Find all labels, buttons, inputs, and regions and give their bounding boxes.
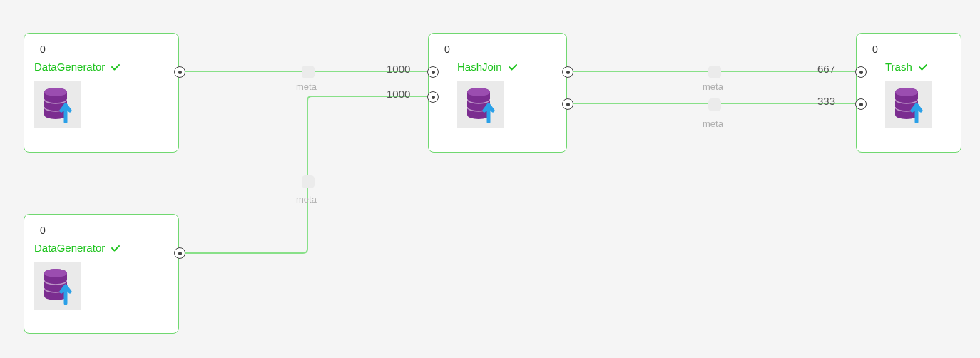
edge-meta-handle[interactable] xyxy=(708,66,721,78)
edge-count: 1000 xyxy=(387,88,410,100)
node-badge-text: 0 xyxy=(40,44,46,55)
diagram-canvas[interactable]: meta meta meta meta 1000 1000 667 333 0 … xyxy=(0,0,980,358)
output-port[interactable] xyxy=(562,66,573,78)
node-datagenerator-1[interactable]: 0 DataGenerator xyxy=(24,33,179,153)
edge-count: 1000 xyxy=(387,63,410,75)
edge-meta-label: meta xyxy=(703,81,723,92)
output-port[interactable] xyxy=(174,66,185,78)
edge-meta-handle[interactable] xyxy=(708,98,721,111)
input-port[interactable] xyxy=(855,98,867,110)
edge-count: 333 xyxy=(817,95,835,107)
check-icon xyxy=(111,243,121,253)
node-badge-text: 0 xyxy=(444,44,450,55)
database-icon xyxy=(885,81,932,128)
edge-meta-handle[interactable] xyxy=(302,66,315,78)
node-badge: 0 xyxy=(34,41,58,58)
node-datagenerator-2[interactable]: 0 DataGenerator xyxy=(24,214,179,334)
node-title: DataGenerator xyxy=(34,242,105,254)
output-port[interactable] xyxy=(174,247,185,259)
edge-meta-handle[interactable] xyxy=(302,175,315,188)
input-port[interactable] xyxy=(427,66,439,78)
node-badge: 0 xyxy=(439,41,463,58)
check-icon xyxy=(111,62,121,72)
node-badge: 0 xyxy=(867,41,891,58)
check-icon xyxy=(918,62,928,72)
svg-point-3 xyxy=(44,269,67,277)
node-badge-text: 0 xyxy=(40,225,46,236)
database-icon xyxy=(34,262,81,310)
output-port[interactable] xyxy=(562,98,573,110)
edge-meta-label: meta xyxy=(296,194,317,205)
check-icon xyxy=(508,62,518,72)
database-icon xyxy=(34,81,81,128)
node-hashjoin[interactable]: 0 HashJoin xyxy=(428,33,567,153)
svg-point-5 xyxy=(467,88,490,96)
database-icon xyxy=(457,81,504,128)
input-port[interactable] xyxy=(855,66,867,78)
node-trash[interactable]: 0 Trash xyxy=(856,33,961,153)
input-port[interactable] xyxy=(427,91,439,103)
svg-point-7 xyxy=(895,88,918,96)
node-title: DataGenerator xyxy=(34,61,105,73)
edge-meta-label: meta xyxy=(296,81,317,92)
node-badge-text: 0 xyxy=(872,44,878,55)
edge-meta-label: meta xyxy=(703,118,723,129)
node-title: HashJoin xyxy=(457,61,502,73)
node-badge: 0 xyxy=(34,222,58,239)
edge-count: 667 xyxy=(817,63,835,75)
node-title: Trash xyxy=(885,61,912,73)
svg-point-1 xyxy=(44,88,67,96)
